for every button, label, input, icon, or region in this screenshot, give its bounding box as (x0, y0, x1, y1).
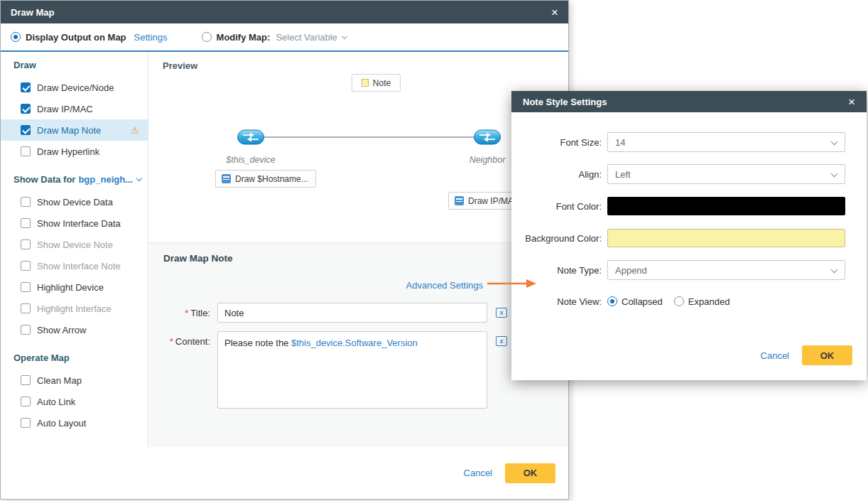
checkbox[interactable] (21, 261, 31, 271)
sidebar-item-draw-ip-mac[interactable]: Draw IP/MAC (1, 98, 148, 119)
note-view-label: Note View: (511, 296, 607, 307)
warning-icon: ⚠ (131, 125, 139, 136)
checkbox[interactable] (21, 104, 31, 114)
checkbox-label: Auto Layout (37, 418, 86, 429)
sidebar-item-auto-layout[interactable]: Auto Layout (1, 412, 148, 433)
note-type-select[interactable]: Append (607, 260, 845, 280)
sidebar-item-highlight-interface[interactable]: Highlight Interface (1, 298, 148, 319)
sidebar-item-show-interface-data[interactable]: Show Interface Data (1, 212, 148, 234)
show-data-variable-label: bgp_neigh... (78, 174, 133, 185)
checkbox[interactable] (21, 397, 31, 406)
draw-hostname-chip[interactable]: Draw $Hostname... (215, 170, 316, 188)
show-data-title-prefix: Show Data for (13, 174, 75, 185)
align-label: Align: (511, 169, 607, 180)
expanded-radio[interactable] (674, 296, 684, 306)
note-view-options: Collapsed Expanded (607, 296, 729, 307)
sidebar-item-draw-map-note[interactable]: Draw Map Note ⚠ (1, 119, 148, 141)
preview-pane: Preview Note (149, 52, 568, 447)
sidebar-item-auto-link[interactable]: Auto Link (1, 391, 148, 412)
checkbox[interactable] (21, 218, 31, 228)
draw-map-titlebar: Draw Map × (1, 1, 568, 23)
display-output-radio[interactable] (11, 32, 21, 42)
checkbox-label: Draw Map Note (37, 125, 101, 136)
align-select[interactable]: Left (607, 164, 845, 184)
note-icon (362, 79, 369, 87)
font-size-label: Font Size: (511, 137, 607, 148)
checkbox[interactable] (21, 418, 31, 428)
hostname-chip-label: Draw $Hostname... (235, 174, 308, 184)
collapsed-label: Collapsed (622, 296, 663, 307)
settings-link[interactable]: Settings (134, 32, 168, 43)
align-value: Left (615, 169, 631, 180)
advanced-settings-link[interactable]: Advanced Settings (406, 280, 483, 291)
operate-map-section-title: Operate Map (1, 340, 148, 370)
cancel-button[interactable]: Cancel (761, 350, 789, 361)
ok-button[interactable]: OK (802, 345, 852, 365)
sidebar-item-highlight-device[interactable]: Highlight Device (1, 276, 148, 298)
sidebar-item-draw-hyperlink[interactable]: Draw Hyperlink (1, 141, 148, 162)
show-data-variable-link[interactable]: bgp_neigh... (78, 174, 141, 185)
select-variable-label: Select Variable (276, 32, 337, 43)
checkbox[interactable] (21, 146, 31, 156)
draw-map-footer: Cancel OK (1, 447, 568, 499)
note-view-option-expanded[interactable]: Expanded (674, 296, 730, 307)
checkbox[interactable] (21, 375, 31, 385)
font-size-select[interactable]: 14 (607, 132, 845, 152)
draw-map-note-heading: Draw Map Note (149, 243, 568, 264)
operate-map-title-label: Operate Map (13, 352, 70, 363)
advanced-settings-arrow (486, 278, 537, 289)
note-view-option-collapsed[interactable]: Collapsed (607, 296, 663, 307)
topology-link-line (251, 136, 487, 138)
sidebar-item-show-device-note[interactable]: Show Device Note (1, 234, 148, 255)
select-variable-dropdown[interactable]: Select Variable (276, 32, 346, 43)
checkbox[interactable] (21, 282, 31, 292)
sidebar-item-clean-map[interactable]: Clean Map (1, 370, 148, 391)
content-field-label: * Content: (149, 331, 210, 347)
display-output-label: Display Output on Map (26, 32, 126, 43)
sidebar: Draw Draw Device/Node Draw IP/MAC Draw M… (1, 52, 148, 447)
sidebar-item-show-interface-note[interactable]: Show Interface Note (1, 255, 148, 276)
note-chip-label: Note (373, 78, 391, 88)
title-field-label: * Title: (149, 308, 210, 318)
close-icon[interactable]: × (847, 96, 857, 108)
sidebar-item-draw-device-node[interactable]: Draw Device/Node (1, 77, 148, 98)
checkbox[interactable] (21, 303, 31, 313)
ok-button[interactable]: OK (505, 463, 555, 483)
checkbox[interactable] (21, 82, 31, 92)
preview-note-chip[interactable]: Note (352, 74, 401, 92)
font-color-row: Font Color: (511, 196, 845, 216)
checkbox-label: Show Interface Data (37, 218, 121, 229)
font-color-swatch[interactable] (607, 197, 845, 215)
sidebar-item-show-device-data[interactable]: Show Device Data (1, 191, 148, 212)
close-icon[interactable]: × (550, 6, 560, 18)
hostname-icon (222, 174, 231, 183)
dialog-title: Draw Map (11, 7, 550, 18)
insert-variable-icon[interactable]: x (496, 308, 507, 318)
cancel-button[interactable]: Cancel (464, 468, 492, 478)
chevron-down-icon (831, 266, 838, 274)
dialog-title: Note Style Settings (523, 97, 847, 107)
note-view-row: Note View: Collapsed Expanded (511, 291, 845, 311)
checkbox-label: Show Device Note (37, 239, 113, 250)
title-label-text: Title: (190, 308, 210, 318)
title-field-row: * Title: Note x (149, 303, 568, 323)
draw-section-title: Draw (1, 52, 148, 77)
collapsed-radio[interactable] (607, 296, 617, 306)
checkbox[interactable] (21, 125, 31, 135)
sidebar-item-show-arrow[interactable]: Show Arrow (1, 319, 148, 340)
insert-variable-icon[interactable]: x (496, 336, 507, 346)
checkbox[interactable] (21, 325, 31, 335)
background-color-label: Background Color: (511, 233, 607, 244)
checkbox[interactable] (21, 239, 31, 249)
checkbox-label: Highlight Interface (37, 303, 112, 314)
align-row: Align: Left (511, 164, 845, 184)
required-mark: * (170, 336, 173, 347)
modify-map-radio[interactable] (202, 32, 212, 42)
note-title-input[interactable]: Note (217, 303, 487, 323)
checkbox[interactable] (21, 197, 31, 207)
background-color-swatch[interactable] (607, 229, 845, 247)
note-style-settings-dialog: Note Style Settings × Font Size: 14 Alig… (511, 91, 867, 380)
note-style-titlebar: Note Style Settings × (511, 91, 867, 112)
font-size-row: Font Size: 14 (511, 132, 845, 152)
note-content-textarea[interactable]: Please note the $this_device.Software_Ve… (217, 331, 487, 409)
